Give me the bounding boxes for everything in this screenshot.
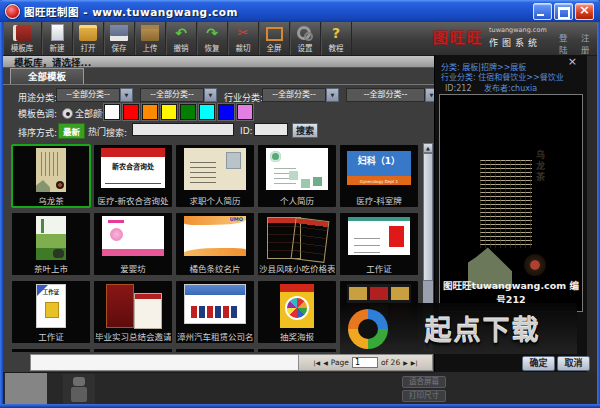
template-item[interactable]: 毕业实习总结会邀请函	[94, 281, 172, 343]
template-name: 求职个人简历	[177, 194, 253, 206]
page-input[interactable]	[352, 357, 378, 368]
last-page-icon[interactable]: ▶|	[411, 360, 418, 366]
template-thumbnail	[36, 148, 66, 192]
template-item[interactable]: 个人简历	[258, 145, 336, 207]
template-thumbnail: 妇科（1）Gynecology Dept 1	[347, 151, 411, 185]
toolbar-button-save[interactable]: 保存	[104, 22, 135, 55]
template-item[interactable]	[176, 349, 254, 352]
toolbar-button-library[interactable]: 模板库	[3, 22, 42, 55]
color-swatch[interactable]	[237, 104, 253, 120]
sort-hot-button[interactable]: 热门	[88, 125, 106, 138]
color-swatch[interactable]	[161, 104, 177, 120]
color-swatch[interactable]	[199, 104, 215, 120]
template-item[interactable]: 新农合咨询处医疗-新农合咨询处	[94, 145, 172, 207]
template-thumbnail	[104, 284, 162, 328]
toolbar-button-upload[interactable]: 上传	[135, 22, 166, 55]
industry-subcategory-dropdown[interactable]: --全部分类--	[346, 88, 438, 102]
toolbar-button-open-folder[interactable]: 打开	[73, 22, 104, 55]
site-watermark: 起点下载	[340, 303, 577, 354]
toolbar-button-settings[interactable]: 设置	[290, 22, 321, 55]
sort-label: 排序方式:	[18, 126, 57, 139]
template-item[interactable]	[12, 349, 90, 352]
fit-screen-button[interactable]: 适合屏幕	[402, 376, 446, 388]
template-item[interactable]: 求职个人简历	[176, 145, 254, 207]
toolbar-button-crop[interactable]: 裁切	[228, 22, 259, 55]
tab-all-templates[interactable]: 全部模板	[10, 68, 84, 84]
print-size-button[interactable]: 打印尺寸	[402, 390, 446, 402]
register-link[interactable]: 注册	[581, 31, 597, 55]
scrollbar-thumb[interactable]	[423, 153, 433, 281]
all-colors-radio[interactable]	[62, 108, 73, 119]
settings-icon	[296, 25, 314, 41]
preview-image-frame: 乌龙茶 图旺旺tuwangwang.com 编号212	[439, 94, 583, 312]
usage-category-dropdown[interactable]: --全部分类--	[56, 88, 133, 102]
minimize-button[interactable]	[533, 3, 552, 20]
color-swatch[interactable]	[218, 104, 234, 120]
color-swatch[interactable]	[180, 104, 196, 120]
close-button[interactable]	[575, 3, 594, 20]
login-link[interactable]: 登陆	[559, 31, 575, 55]
watermark-text: 起点下载	[388, 309, 577, 348]
seal-stamp-icon	[524, 254, 546, 276]
template-item[interactable]: 乌龙茶	[12, 145, 90, 207]
cancel-button[interactable]: 取消	[557, 356, 590, 371]
template-item[interactable]	[258, 349, 336, 352]
usage-subcategory-dropdown[interactable]: --全部分类--	[140, 88, 217, 102]
toolbar-button-redo[interactable]: 恢复	[197, 22, 228, 55]
save-icon	[110, 25, 128, 41]
pagination-bar: |◀ ◀ Page of 26 ▶ ▶|	[298, 354, 433, 371]
previous-page-icon[interactable]: ◀	[323, 360, 328, 366]
template-item[interactable]: 工作证	[340, 213, 418, 275]
template-item[interactable]: 妇科（1）Gynecology Dept 1医疗-科室牌	[340, 145, 418, 207]
toolbar-button-undo[interactable]: 撤销	[166, 22, 197, 55]
brand-name: 图旺旺	[433, 26, 484, 47]
toolbar-button-label: 全屏	[267, 42, 282, 53]
template-name: 个人简历	[259, 194, 335, 206]
color-swatch[interactable]	[104, 104, 120, 120]
template-item[interactable]: 爱婴坊	[94, 213, 172, 275]
sort-newest-button[interactable]: 最新	[58, 123, 85, 139]
window-title: 图旺旺制图 - www.tuwangwang.com	[24, 4, 238, 19]
ok-button[interactable]: 确定	[522, 356, 555, 371]
industry-category-dropdown[interactable]: --全部分类--	[262, 88, 339, 102]
template-item[interactable]: 茶叶上市	[12, 213, 90, 275]
scroll-up-icon[interactable]: ▲	[423, 143, 433, 153]
template-item[interactable]: UMO橘色条纹名片	[176, 213, 254, 275]
status-text: 模板库，请选择...	[3, 55, 434, 68]
first-page-icon[interactable]: |◀	[314, 360, 321, 366]
thumbnail-text: 工作证	[37, 290, 65, 296]
title-bar[interactable]: 图旺旺制图 - www.tuwangwang.com	[0, 0, 600, 22]
search-button[interactable]: 搜索	[292, 123, 318, 138]
template-item[interactable]: 抽奖海报	[258, 281, 336, 343]
template-thumbnail	[348, 217, 410, 255]
chevron-down-icon[interactable]	[120, 88, 133, 102]
template-item[interactable]: 工作证工作证	[12, 281, 90, 343]
toolbar-button-tutorial[interactable]: 教程	[321, 22, 352, 55]
new-file-icon	[51, 24, 64, 41]
template-thumbnail	[280, 284, 314, 328]
id-input[interactable]	[254, 123, 288, 136]
undo-icon	[172, 25, 190, 41]
template-thumbnail	[184, 284, 246, 324]
search-input[interactable]	[132, 123, 234, 136]
preview-watermark-text: 图旺旺tuwangwang.com 编号212	[440, 278, 582, 306]
color-swatch[interactable]	[123, 104, 139, 120]
template-item[interactable]: 漳州汽车租赁公司名片	[176, 281, 254, 343]
grid-horizontal-scrollbar[interactable]	[30, 354, 298, 371]
background-workspace: 适合屏幕 打印尺寸	[3, 372, 597, 404]
chevron-down-icon[interactable]	[204, 88, 217, 102]
template-name: 抽奖海报	[259, 330, 335, 342]
template-item[interactable]: 沙县风味小吃价格表	[258, 213, 336, 275]
chevron-down-icon[interactable]	[326, 88, 339, 102]
template-item[interactable]	[94, 349, 172, 352]
maximize-button[interactable]	[554, 3, 573, 20]
template-thumbnail	[36, 216, 66, 260]
toolbar-buttons: 模板库新建打开保存上传撤销恢复裁切全屏设置教程	[3, 22, 352, 55]
color-swatch[interactable]	[142, 104, 158, 120]
preview-poster: 乌龙茶	[468, 138, 554, 288]
toolbar-button-new-file[interactable]: 新建	[42, 22, 73, 55]
fullscreen-icon	[266, 27, 283, 41]
toolbar-button-fullscreen[interactable]: 全屏	[259, 22, 290, 55]
industry-category-label: 行业分类:	[224, 91, 263, 104]
next-page-icon[interactable]: ▶	[403, 360, 408, 366]
